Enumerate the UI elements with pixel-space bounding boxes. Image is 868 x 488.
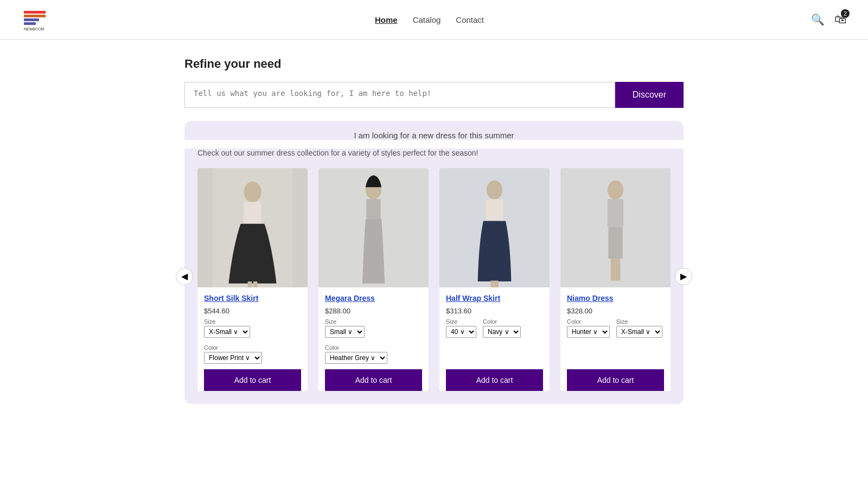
product-info-3: Niamo Dress $328.00 Color Hunter ∨ Black… xyxy=(560,287,671,391)
svg-rect-17 xyxy=(495,281,499,287)
main-nav: Home Catalog Contact xyxy=(375,15,484,24)
product-name-2[interactable]: Half Wrap Skirt xyxy=(446,294,543,303)
product-card-1: Megara Dress $288.00 Size Small ∨ X-Smal… xyxy=(318,168,429,391)
add-to-cart-button-0[interactable]: Add to cart xyxy=(204,369,301,391)
search-icon[interactable]: 🔍 xyxy=(811,13,825,26)
option-size-3: Size X-Small ∨ Small Medium Large xyxy=(616,318,662,338)
svg-text:NEWBCOM: NEWBCOM xyxy=(24,27,44,31)
svg-point-19 xyxy=(608,181,623,200)
carousel-next-button[interactable]: ▶ xyxy=(675,268,692,285)
product-info-2: Half Wrap Skirt $313.60 Size 40 ∨ 38 42 … xyxy=(439,287,550,391)
product-card-3: Niamo Dress $328.00 Color Hunter ∨ Black… xyxy=(560,168,671,391)
logo-area: NEWBCOM xyxy=(22,7,48,33)
option-color-1: Color Heather Grey ∨ Black White xyxy=(325,344,387,364)
size-label-0: Size xyxy=(204,318,250,325)
add-to-cart-button-3[interactable]: Add to cart xyxy=(567,369,664,391)
size-select-0[interactable]: X-Small ∨ Small Medium Large xyxy=(204,326,250,338)
add-to-cart-button-2[interactable]: Add to cart xyxy=(446,369,543,391)
nav-home[interactable]: Home xyxy=(375,15,398,24)
svg-rect-1 xyxy=(24,15,46,17)
svg-rect-23 xyxy=(616,259,621,280)
option-size-1: Size Small ∨ X-Small Medium Large xyxy=(325,318,365,338)
color-select-3[interactable]: Hunter ∨ Black Grey xyxy=(567,326,610,338)
header: NEWBCOM Home Catalog Contact 🔍 🛍 2 xyxy=(0,0,868,40)
discover-button[interactable]: Discover xyxy=(615,82,684,108)
product-info-0: Short Silk Skirt $544.60 Size X-Small ∨ … xyxy=(197,287,308,391)
color-label-2: Color xyxy=(483,318,521,325)
size-label-1: Size xyxy=(325,318,365,325)
color-label-3: Color xyxy=(567,318,610,325)
logo-icon: NEWBCOM xyxy=(22,7,48,33)
svg-rect-20 xyxy=(608,199,623,227)
ai-response-panel: I am looking for a new dress for this su… xyxy=(184,121,684,140)
main-content: Refine your need Discover I am looking f… xyxy=(174,40,694,421)
svg-rect-21 xyxy=(608,227,622,259)
size-label-3: Size xyxy=(616,318,662,325)
product-name-0[interactable]: Short Silk Skirt xyxy=(204,294,301,303)
size-select-1[interactable]: Small ∨ X-Small Medium Large xyxy=(325,326,365,338)
option-color-0: Color Flower Print ∨ Black White xyxy=(204,344,262,364)
product-carousel: Short Silk Skirt $544.60 Size X-Small ∨ … xyxy=(197,168,671,391)
size-select-3[interactable]: X-Small ∨ Small Medium Large xyxy=(616,326,662,338)
product-options-2: Size 40 ∨ 38 42 44 Color Navy ∨ xyxy=(446,318,543,338)
svg-rect-3 xyxy=(24,22,36,25)
svg-rect-12 xyxy=(366,199,380,219)
size-select-2[interactable]: 40 ∨ 38 42 44 xyxy=(446,326,476,338)
product-name-1[interactable]: Megara Dress xyxy=(325,294,422,303)
product-image-0 xyxy=(197,168,308,287)
product-price-3: $328.00 xyxy=(567,307,664,315)
product-image-3 xyxy=(560,168,671,287)
product-info-1: Megara Dress $288.00 Size Small ∨ X-Smal… xyxy=(318,287,429,391)
product-image-2 xyxy=(439,168,550,287)
product-price-0: $544.60 xyxy=(204,307,301,315)
page-title: Refine your need xyxy=(184,57,684,71)
svg-rect-16 xyxy=(490,281,494,287)
product-name-3[interactable]: Niamo Dress xyxy=(567,294,664,303)
carousel-wrapper: Check out our summer dress collection fo… xyxy=(184,149,684,404)
color-select-1[interactable]: Heather Grey ∨ Black White xyxy=(325,352,387,364)
header-icons: 🔍 🛍 2 xyxy=(811,12,846,27)
search-input[interactable] xyxy=(184,82,615,108)
ai-query-text: I am looking for a new dress for this su… xyxy=(197,131,671,140)
color-label-0: Color xyxy=(204,344,262,351)
color-select-0[interactable]: Flower Print ∨ Black White xyxy=(204,352,262,364)
nav-contact[interactable]: Contact xyxy=(456,15,484,24)
color-select-2[interactable]: Navy ∨ Black Grey xyxy=(483,326,521,338)
cart-icon-wrapper[interactable]: 🛍 2 xyxy=(834,12,846,27)
nav-catalog[interactable]: Catalog xyxy=(413,15,441,24)
product-options-0: Size X-Small ∨ Small Medium Large Color xyxy=(204,318,301,364)
svg-rect-22 xyxy=(611,259,616,280)
option-color-2: Color Navy ∨ Black Grey xyxy=(483,318,521,338)
product-card-2: Half Wrap Skirt $313.60 Size 40 ∨ 38 42 … xyxy=(439,168,550,391)
product-price-2: $313.60 xyxy=(446,307,543,315)
product-options-3: Color Hunter ∨ Black Grey Size X-Small ∨ xyxy=(567,318,664,338)
svg-rect-8 xyxy=(248,281,252,287)
size-label-2: Size xyxy=(446,318,476,325)
option-color-3: Color Hunter ∨ Black Grey xyxy=(567,318,610,338)
add-to-cart-button-1[interactable]: Add to cart xyxy=(325,369,422,391)
product-options-1: Size Small ∨ X-Small Medium Large Color xyxy=(325,318,422,364)
option-size-0: Size X-Small ∨ Small Medium Large xyxy=(204,318,250,338)
svg-rect-7 xyxy=(244,202,261,223)
ai-description: Check out our summer dress collection fo… xyxy=(197,149,671,157)
cart-badge: 2 xyxy=(841,9,850,18)
product-price-1: $288.00 xyxy=(325,307,422,315)
search-bar: Discover xyxy=(184,82,684,108)
svg-point-6 xyxy=(244,182,261,202)
product-card-0: Short Silk Skirt $544.60 Size X-Small ∨ … xyxy=(197,168,308,391)
carousel-prev-button[interactable]: ◀ xyxy=(176,268,193,285)
svg-rect-15 xyxy=(486,199,503,221)
svg-rect-9 xyxy=(253,281,257,287)
svg-point-14 xyxy=(487,181,502,200)
color-label-1: Color xyxy=(325,344,387,351)
svg-rect-2 xyxy=(24,18,39,21)
product-image-1 xyxy=(318,168,429,287)
svg-rect-0 xyxy=(24,11,46,14)
option-size-2: Size 40 ∨ 38 42 44 xyxy=(446,318,476,338)
